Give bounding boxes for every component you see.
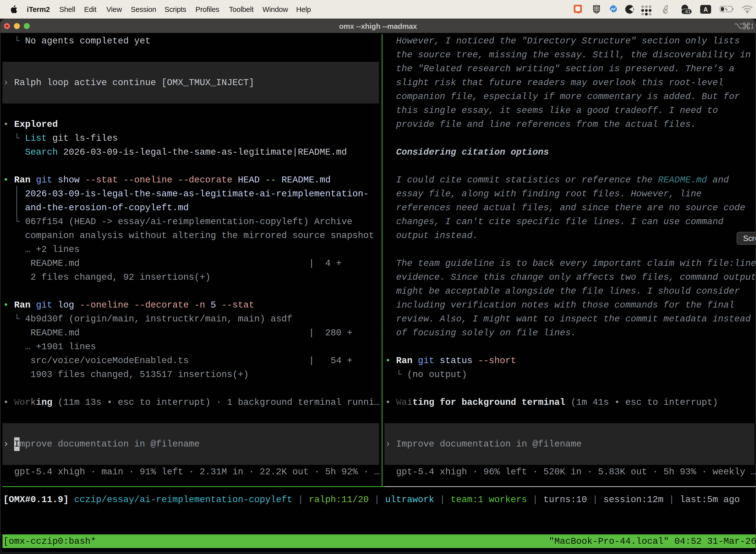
svg-text:A: A (703, 6, 708, 13)
svg-text:..61: ..61 (683, 9, 691, 14)
